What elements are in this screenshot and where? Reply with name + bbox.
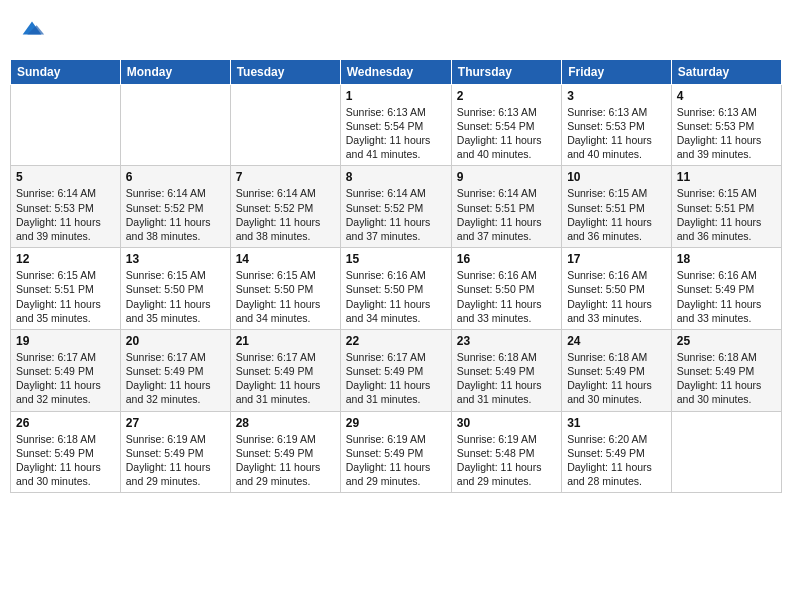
calendar-cell: 25Sunrise: 6:18 AMSunset: 5:49 PMDayligh…: [671, 329, 781, 411]
day-info: Sunrise: 6:17 AMSunset: 5:49 PMDaylight:…: [346, 350, 446, 407]
calendar-cell: 22Sunrise: 6:17 AMSunset: 5:49 PMDayligh…: [340, 329, 451, 411]
calendar-cell: 30Sunrise: 6:19 AMSunset: 5:48 PMDayligh…: [451, 411, 561, 493]
weekday-tuesday: Tuesday: [230, 59, 340, 84]
day-number: 17: [567, 252, 666, 266]
day-info: Sunrise: 6:19 AMSunset: 5:49 PMDaylight:…: [126, 432, 225, 489]
weekday-sunday: Sunday: [11, 59, 121, 84]
weekday-header-row: SundayMondayTuesdayWednesdayThursdayFrid…: [11, 59, 782, 84]
calendar-table: SundayMondayTuesdayWednesdayThursdayFrid…: [10, 59, 782, 493]
day-number: 23: [457, 334, 556, 348]
calendar-cell: 15Sunrise: 6:16 AMSunset: 5:50 PMDayligh…: [340, 248, 451, 330]
weekday-friday: Friday: [562, 59, 672, 84]
calendar-cell: 12Sunrise: 6:15 AMSunset: 5:51 PMDayligh…: [11, 248, 121, 330]
day-number: 19: [16, 334, 115, 348]
weekday-saturday: Saturday: [671, 59, 781, 84]
logo-icon: [18, 14, 46, 42]
day-info: Sunrise: 6:19 AMSunset: 5:49 PMDaylight:…: [346, 432, 446, 489]
day-number: 13: [126, 252, 225, 266]
calendar-cell: 24Sunrise: 6:18 AMSunset: 5:49 PMDayligh…: [562, 329, 672, 411]
calendar-cell: 19Sunrise: 6:17 AMSunset: 5:49 PMDayligh…: [11, 329, 121, 411]
weekday-thursday: Thursday: [451, 59, 561, 84]
calendar-cell: 7Sunrise: 6:14 AMSunset: 5:52 PMDaylight…: [230, 166, 340, 248]
calendar-cell: 8Sunrise: 6:14 AMSunset: 5:52 PMDaylight…: [340, 166, 451, 248]
day-number: 29: [346, 416, 446, 430]
day-number: 6: [126, 170, 225, 184]
day-info: Sunrise: 6:18 AMSunset: 5:49 PMDaylight:…: [677, 350, 776, 407]
day-number: 20: [126, 334, 225, 348]
day-info: Sunrise: 6:15 AMSunset: 5:51 PMDaylight:…: [677, 186, 776, 243]
calendar-cell: 13Sunrise: 6:15 AMSunset: 5:50 PMDayligh…: [120, 248, 230, 330]
day-info: Sunrise: 6:16 AMSunset: 5:49 PMDaylight:…: [677, 268, 776, 325]
calendar-cell: 2Sunrise: 6:13 AMSunset: 5:54 PMDaylight…: [451, 84, 561, 166]
day-info: Sunrise: 6:17 AMSunset: 5:49 PMDaylight:…: [236, 350, 335, 407]
calendar-cell: 5Sunrise: 6:14 AMSunset: 5:53 PMDaylight…: [11, 166, 121, 248]
day-number: 7: [236, 170, 335, 184]
day-info: Sunrise: 6:18 AMSunset: 5:49 PMDaylight:…: [567, 350, 666, 407]
calendar-cell: [120, 84, 230, 166]
day-info: Sunrise: 6:13 AMSunset: 5:54 PMDaylight:…: [346, 105, 446, 162]
calendar-cell: 11Sunrise: 6:15 AMSunset: 5:51 PMDayligh…: [671, 166, 781, 248]
day-number: 2: [457, 89, 556, 103]
calendar-cell: [671, 411, 781, 493]
day-info: Sunrise: 6:15 AMSunset: 5:51 PMDaylight:…: [567, 186, 666, 243]
calendar-cell: 28Sunrise: 6:19 AMSunset: 5:49 PMDayligh…: [230, 411, 340, 493]
day-number: 30: [457, 416, 556, 430]
day-number: 4: [677, 89, 776, 103]
day-info: Sunrise: 6:16 AMSunset: 5:50 PMDaylight:…: [457, 268, 556, 325]
day-number: 12: [16, 252, 115, 266]
calendar-cell: 31Sunrise: 6:20 AMSunset: 5:49 PMDayligh…: [562, 411, 672, 493]
day-number: 22: [346, 334, 446, 348]
day-info: Sunrise: 6:15 AMSunset: 5:50 PMDaylight:…: [126, 268, 225, 325]
calendar-cell: 16Sunrise: 6:16 AMSunset: 5:50 PMDayligh…: [451, 248, 561, 330]
page-header: [10, 10, 782, 51]
day-info: Sunrise: 6:14 AMSunset: 5:52 PMDaylight:…: [346, 186, 446, 243]
day-number: 18: [677, 252, 776, 266]
day-number: 16: [457, 252, 556, 266]
day-info: Sunrise: 6:13 AMSunset: 5:53 PMDaylight:…: [567, 105, 666, 162]
calendar-cell: 29Sunrise: 6:19 AMSunset: 5:49 PMDayligh…: [340, 411, 451, 493]
calendar-cell: [230, 84, 340, 166]
calendar-cell: 20Sunrise: 6:17 AMSunset: 5:49 PMDayligh…: [120, 329, 230, 411]
calendar-cell: 1Sunrise: 6:13 AMSunset: 5:54 PMDaylight…: [340, 84, 451, 166]
day-number: 24: [567, 334, 666, 348]
day-info: Sunrise: 6:17 AMSunset: 5:49 PMDaylight:…: [126, 350, 225, 407]
calendar-cell: 14Sunrise: 6:15 AMSunset: 5:50 PMDayligh…: [230, 248, 340, 330]
calendar-cell: 21Sunrise: 6:17 AMSunset: 5:49 PMDayligh…: [230, 329, 340, 411]
day-number: 15: [346, 252, 446, 266]
day-number: 5: [16, 170, 115, 184]
logo: [16, 14, 46, 47]
day-info: Sunrise: 6:19 AMSunset: 5:49 PMDaylight:…: [236, 432, 335, 489]
calendar-cell: 6Sunrise: 6:14 AMSunset: 5:52 PMDaylight…: [120, 166, 230, 248]
day-info: Sunrise: 6:13 AMSunset: 5:54 PMDaylight:…: [457, 105, 556, 162]
calendar-cell: 3Sunrise: 6:13 AMSunset: 5:53 PMDaylight…: [562, 84, 672, 166]
calendar-cell: 17Sunrise: 6:16 AMSunset: 5:50 PMDayligh…: [562, 248, 672, 330]
day-info: Sunrise: 6:15 AMSunset: 5:51 PMDaylight:…: [16, 268, 115, 325]
day-info: Sunrise: 6:14 AMSunset: 5:52 PMDaylight:…: [126, 186, 225, 243]
weekday-monday: Monday: [120, 59, 230, 84]
day-info: Sunrise: 6:14 AMSunset: 5:53 PMDaylight:…: [16, 186, 115, 243]
calendar-cell: 18Sunrise: 6:16 AMSunset: 5:49 PMDayligh…: [671, 248, 781, 330]
day-number: 1: [346, 89, 446, 103]
calendar-cell: 23Sunrise: 6:18 AMSunset: 5:49 PMDayligh…: [451, 329, 561, 411]
calendar-cell: [11, 84, 121, 166]
week-row-5: 26Sunrise: 6:18 AMSunset: 5:49 PMDayligh…: [11, 411, 782, 493]
calendar-cell: 26Sunrise: 6:18 AMSunset: 5:49 PMDayligh…: [11, 411, 121, 493]
day-info: Sunrise: 6:14 AMSunset: 5:52 PMDaylight:…: [236, 186, 335, 243]
week-row-4: 19Sunrise: 6:17 AMSunset: 5:49 PMDayligh…: [11, 329, 782, 411]
day-number: 14: [236, 252, 335, 266]
week-row-1: 1Sunrise: 6:13 AMSunset: 5:54 PMDaylight…: [11, 84, 782, 166]
day-info: Sunrise: 6:14 AMSunset: 5:51 PMDaylight:…: [457, 186, 556, 243]
day-info: Sunrise: 6:16 AMSunset: 5:50 PMDaylight:…: [346, 268, 446, 325]
day-number: 26: [16, 416, 115, 430]
day-info: Sunrise: 6:13 AMSunset: 5:53 PMDaylight:…: [677, 105, 776, 162]
calendar-cell: 9Sunrise: 6:14 AMSunset: 5:51 PMDaylight…: [451, 166, 561, 248]
week-row-2: 5Sunrise: 6:14 AMSunset: 5:53 PMDaylight…: [11, 166, 782, 248]
day-number: 27: [126, 416, 225, 430]
day-info: Sunrise: 6:18 AMSunset: 5:49 PMDaylight:…: [457, 350, 556, 407]
calendar-cell: 27Sunrise: 6:19 AMSunset: 5:49 PMDayligh…: [120, 411, 230, 493]
day-info: Sunrise: 6:18 AMSunset: 5:49 PMDaylight:…: [16, 432, 115, 489]
day-number: 28: [236, 416, 335, 430]
day-number: 21: [236, 334, 335, 348]
day-number: 8: [346, 170, 446, 184]
calendar-cell: 4Sunrise: 6:13 AMSunset: 5:53 PMDaylight…: [671, 84, 781, 166]
